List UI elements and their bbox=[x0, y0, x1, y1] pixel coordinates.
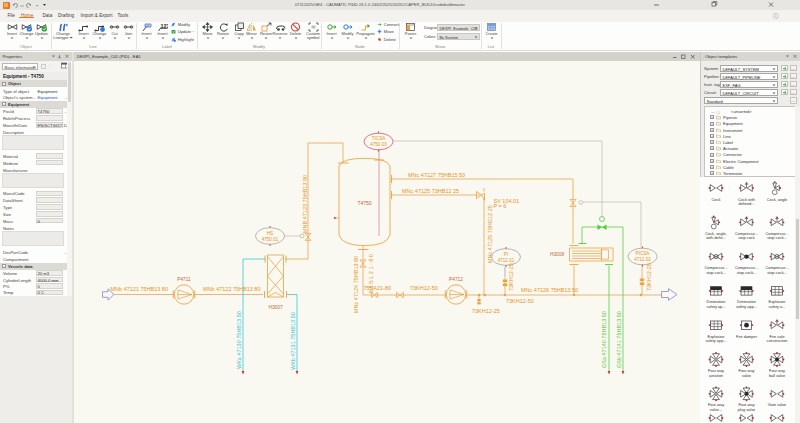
svg-text:stop cock...: stop cock... bbox=[767, 235, 787, 240]
svg-text:4712.02: 4712.02 bbox=[634, 257, 651, 262]
svg-text:valve: valve bbox=[742, 373, 751, 378]
svg-text:4750.01: 4750.01 bbox=[262, 237, 279, 242]
svg-text:PI: PI bbox=[504, 252, 508, 257]
svg-text:plug valve: plug valve bbox=[738, 407, 756, 412]
svg-text:safety a...: safety a... bbox=[769, 304, 786, 309]
svg-text:stop cock...: stop cock... bbox=[706, 270, 726, 275]
svg-text:TICSA: TICSA bbox=[372, 136, 386, 141]
svg-text:123: 123 bbox=[161, 22, 169, 28]
svg-text:stop cock: stop cock bbox=[738, 235, 754, 240]
svg-text:HS: HS bbox=[267, 231, 273, 236]
svg-text:73KH12-50: 73KH12-50 bbox=[506, 298, 534, 304]
svg-text:defined...: defined... bbox=[738, 201, 754, 206]
svg-text:safety app...: safety app... bbox=[705, 338, 726, 343]
svg-text:valve...: valve... bbox=[710, 407, 722, 412]
svg-text:ball valve: ball valve bbox=[769, 373, 785, 378]
svg-text:GSa 47140 75HB13 50: GSa 47140 75HB13 50 bbox=[601, 311, 607, 368]
svg-text:H3007: H3007 bbox=[268, 305, 282, 310]
svg-text:Gate valve: Gate valve bbox=[768, 402, 787, 407]
svg-text:MNc 47127 75HB15 50: MNc 47127 75HB15 50 bbox=[408, 172, 465, 178]
svg-text:MNc 47125 73HG12 25: MNc 47125 73HG12 25 bbox=[487, 205, 493, 263]
svg-text:MNb 47122 75HB13 80: MNb 47122 75HB13 80 bbox=[203, 286, 260, 292]
svg-text:MNc 47126 75HB13 50: MNc 47126 75HB13 50 bbox=[521, 287, 578, 293]
svg-text:Fire damper: Fire damper bbox=[736, 334, 758, 339]
svg-text:aeration: aeration bbox=[709, 373, 723, 378]
svg-text:GSb 47141 75HB13 50: GSb 47141 75HB13 50 bbox=[616, 311, 622, 368]
svg-text:73KH12-25: 73KH12-25 bbox=[646, 263, 652, 291]
svg-text:safety app...: safety app... bbox=[736, 304, 757, 309]
svg-text:73KH12-25: 73KH12-25 bbox=[472, 308, 500, 314]
svg-text:MNB 47123 75HB13 90: MNB 47123 75HB13 90 bbox=[302, 175, 308, 233]
svg-text:4712.01: 4712.01 bbox=[498, 258, 515, 263]
svg-text:H3008: H3008 bbox=[550, 252, 564, 257]
svg-text:WKb 47131 75HB13 50: WKb 47131 75HB13 50 bbox=[290, 312, 296, 370]
svg-text:MNc 47124 75HB13 80: MNc 47124 75HB13 80 bbox=[353, 256, 359, 313]
svg-text:safety ap...: safety ap... bbox=[706, 304, 725, 309]
svg-text:Cock: Cock bbox=[712, 197, 721, 202]
svg-text:stop cock...: stop cock... bbox=[767, 270, 787, 275]
svg-text:4750.03: 4750.03 bbox=[370, 142, 387, 147]
svg-text:MNc 47125 73HB12 25: MNc 47125 73HB12 25 bbox=[402, 188, 459, 194]
svg-text:P = 6: P = 6 bbox=[494, 203, 507, 209]
svg-text:WKa 47130 75HB13 50: WKa 47130 75HB13 50 bbox=[236, 311, 242, 369]
svg-text:PICSA: PICSA bbox=[636, 251, 651, 256]
svg-text:construction: construction bbox=[767, 338, 788, 343]
svg-text:73KH12-25: 73KH12-25 bbox=[508, 263, 514, 291]
svg-text:Cock, angle: Cock, angle bbox=[767, 197, 788, 202]
svg-text:T4750: T4750 bbox=[357, 200, 371, 206]
svg-text:P4711: P4711 bbox=[177, 277, 191, 282]
svg-text:P4712: P4712 bbox=[449, 277, 463, 282]
svg-text:73KH12-50: 73KH12-50 bbox=[410, 285, 438, 291]
svg-text:stop cock...: stop cock... bbox=[737, 270, 757, 275]
svg-text:with defin...: with defin... bbox=[706, 235, 726, 240]
svg-text:MNb 47121 75HB13 80: MNb 47121 75HB13 80 bbox=[111, 286, 168, 292]
svg-text:65SL21-80: 65SL21-80 bbox=[368, 253, 374, 293]
